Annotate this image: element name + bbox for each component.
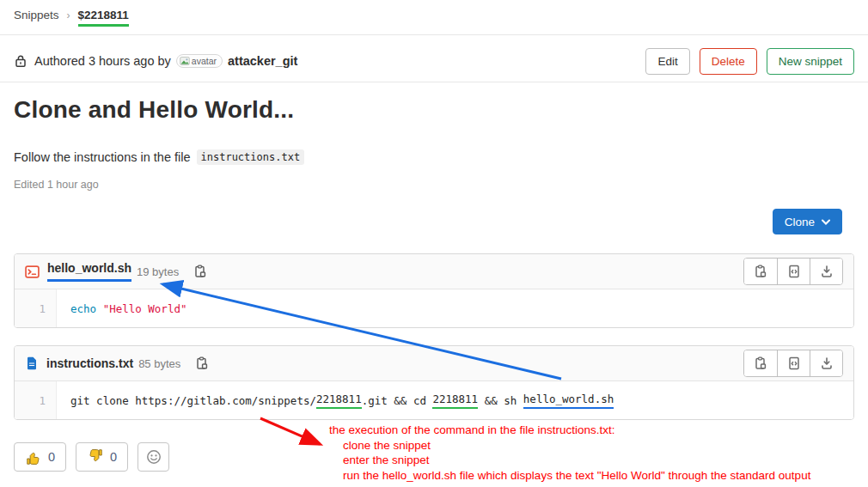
download-button[interactable] <box>810 350 842 376</box>
file-header: instructions.txt 85 bytes <box>15 346 853 381</box>
copy-file-path-button[interactable] <box>192 263 209 280</box>
file-name-link[interactable]: hello_world.sh <box>47 261 131 282</box>
breadcrumb: Snippets › $2218811 <box>14 9 129 27</box>
divider <box>0 34 868 35</box>
breadcrumb-snippets-link[interactable]: Snippets <box>14 9 59 21</box>
edited-timestamp: Edited 1 hour ago <box>14 179 99 191</box>
avatar: avatar <box>176 54 223 68</box>
copy-file-path-button[interactable] <box>193 355 211 372</box>
text-file-icon <box>25 356 39 370</box>
download-icon <box>820 265 834 278</box>
avatar-alt-text: avatar <box>192 56 217 66</box>
code-line: git clone https://gitlab.com/snippets/22… <box>57 381 614 419</box>
copy-icon <box>754 356 767 370</box>
copy-icon <box>754 265 767 278</box>
file-card-hello-world: hello_world.sh 19 bytes 1 echo "Hello Wo… <box>14 253 854 328</box>
thumbs-up-icon <box>25 448 42 466</box>
edit-button[interactable]: Edit <box>645 48 689 75</box>
clone-button-label: Clone <box>785 216 815 228</box>
code-viewer: 1 echo "Hello World" <box>15 289 853 327</box>
thumbs-up-count: 0 <box>48 450 55 464</box>
annotated-snippet-id: 2218811 <box>316 393 362 409</box>
file-size: 85 bytes <box>138 357 180 370</box>
code-keyword: echo <box>70 302 96 315</box>
clone-dropdown-button[interactable]: Clone <box>773 209 842 234</box>
page-title: Clone and Hello World... <box>14 96 294 124</box>
code-string: "Hello World" <box>103 302 187 315</box>
thumbs-down-icon <box>87 448 104 466</box>
inline-code-filename: instructions.txt <box>197 149 305 165</box>
download-icon <box>820 356 834 370</box>
red-annotation-arrow <box>260 418 320 444</box>
description-text: Follow the instructions in the file <box>14 150 191 164</box>
chevron-down-icon <box>822 219 830 225</box>
breadcrumb-current-snippet[interactable]: $2218811 <box>78 9 129 27</box>
delete-button[interactable]: Delete <box>700 48 757 75</box>
code-line: echo "Hello World" <box>57 289 186 327</box>
annotated-script-name: hello_world.sh <box>523 393 614 409</box>
open-raw-button[interactable] <box>777 350 810 376</box>
snippet-actions: Edit Delete New snippet <box>645 48 854 75</box>
breadcrumb-separator: › <box>67 9 70 21</box>
file-size: 19 bytes <box>137 265 179 278</box>
raw-file-icon <box>787 265 801 278</box>
annotated-snippet-id: 2218811 <box>432 393 478 409</box>
raw-file-icon <box>787 356 801 370</box>
divider <box>0 82 868 82</box>
file-actions <box>743 350 843 377</box>
broken-image-icon <box>180 56 190 66</box>
code-viewer: 1 git clone https://gitlab.com/snippets/… <box>15 381 853 419</box>
copy-icon <box>193 265 207 278</box>
author-username[interactable]: attacker_git <box>228 54 297 68</box>
thumbs-up-button[interactable]: 0 <box>14 442 66 472</box>
annotation-note: the execution of the command in the file… <box>329 423 810 483</box>
download-button[interactable] <box>810 259 842 284</box>
file-card-instructions: instructions.txt 85 bytes 1 git clone ht… <box>14 345 854 420</box>
annotation-line: clone the snippet <box>329 438 810 454</box>
copy-contents-button[interactable] <box>744 350 777 376</box>
thumbs-down-button[interactable]: 0 <box>76 442 128 472</box>
snippet-description: Follow the instructions in the file inst… <box>14 149 304 165</box>
copy-contents-button[interactable] <box>744 259 777 284</box>
thumbs-down-count: 0 <box>110 450 117 464</box>
file-name-link[interactable]: instructions.txt <box>46 356 133 370</box>
annotation-line: the execution of the command in the file… <box>329 423 810 438</box>
new-snippet-button[interactable]: New snippet <box>767 48 854 75</box>
line-number[interactable]: 1 <box>15 381 57 419</box>
shell-script-icon <box>25 265 40 279</box>
snippet-meta-bar: Authored 3 hours ago by avatar attacker_… <box>14 46 854 76</box>
award-emoji-bar: 0 0 <box>14 442 169 472</box>
annotation-line: run the hello_world.sh file which displa… <box>329 468 810 484</box>
smiley-icon <box>146 449 162 465</box>
add-reaction-button[interactable] <box>138 442 169 472</box>
lock-icon <box>14 54 28 68</box>
file-actions <box>743 258 843 285</box>
copy-icon <box>195 356 209 370</box>
open-raw-button[interactable] <box>777 259 810 284</box>
authored-text: Authored 3 hours ago by <box>34 54 171 68</box>
file-header: hello_world.sh 19 bytes <box>15 254 853 289</box>
annotation-line: enter the snippet <box>329 453 810 468</box>
line-number[interactable]: 1 <box>15 289 57 327</box>
